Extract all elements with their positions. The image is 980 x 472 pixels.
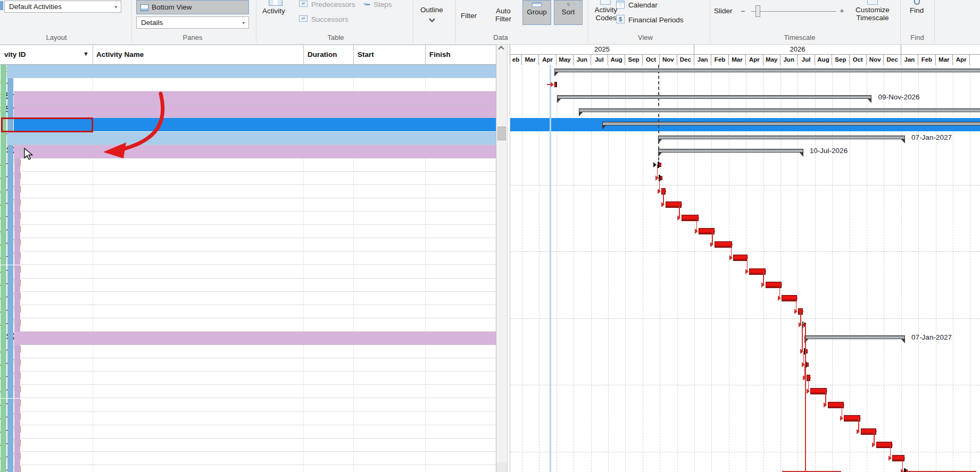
gantt-summary-bar[interactable] xyxy=(602,122,980,125)
timescale-month-cell[interactable]: Aug xyxy=(815,55,832,65)
table-row[interactable]: A-TUN-1060Excavate & Support Tunnel from… xyxy=(0,425,496,439)
gantt-summary-bar[interactable] xyxy=(557,95,872,99)
table-row[interactable]: A-TUN-1040Excavate & Support Tunnel from… xyxy=(0,399,496,412)
timescale-month-cell[interactable]: Oct xyxy=(850,55,867,65)
successors-button[interactable]: Successors xyxy=(311,15,348,23)
timescale-zoom-in[interactable]: + xyxy=(840,6,844,15)
group-button[interactable]: Group xyxy=(522,0,551,25)
column-header-finish[interactable]: Finish xyxy=(429,50,451,58)
layout-selector[interactable]: Default Activities ▾ xyxy=(4,1,121,13)
timescale-month-cell[interactable]: Sep xyxy=(625,55,642,65)
table-row[interactable]: A-TUN-1020Launch TBM, Complete Assembly5… xyxy=(0,372,496,385)
table-row[interactable]: A-TUN-1200Excavate & Support Tunnel from… xyxy=(0,279,496,292)
table-row[interactable]: A-TUN-1130Excavate & Support Tunnel from… xyxy=(0,198,496,212)
timescale-month-cell[interactable]: May xyxy=(557,55,574,65)
timescale-month-cell[interactable]: Jul xyxy=(798,55,815,65)
table-row[interactable]: A-TUN-1010TBM Assembly2d15-Jul-202616-Ju… xyxy=(0,358,496,372)
column-header-activity-name[interactable]: Activity Name xyxy=(96,50,144,58)
timescale-month-cell[interactable]: Sep xyxy=(832,55,849,65)
activity-button[interactable]: Activity xyxy=(262,7,285,15)
table-row[interactable]: A-TUN-1070Excavate & Support Tunnel from… xyxy=(0,439,496,452)
table-row[interactable]: A-TUN-1210Excavate & Support Tunnel from… xyxy=(0,292,496,305)
timescale-month-cell[interactable]: Oct xyxy=(643,55,660,65)
gantt-task-bar[interactable] xyxy=(715,241,732,248)
timescale-month-cell[interactable]: Nov xyxy=(660,55,677,65)
timescale-month-cell[interactable]: Mar xyxy=(522,55,539,65)
timescale-month-cell[interactable]: Dec xyxy=(677,55,694,65)
table-row[interactable]: A-TUN-1080Excavate & Support Tunnel from… xyxy=(0,452,496,465)
timescale-month-cell[interactable]: Apr xyxy=(953,55,970,65)
table-row[interactable]: A-TUN-1050Excavate & Support Tunnel from… xyxy=(0,412,496,425)
timescale-month-cell[interactable]: Nov xyxy=(867,55,884,65)
milestone-arrow-icon xyxy=(653,162,657,167)
gantt-summary-bar[interactable] xyxy=(658,149,803,153)
column-header-start[interactable]: Start xyxy=(358,50,374,58)
table-row[interactable]: A-TUN-1220Excavate & Support Tunnel from… xyxy=(0,305,496,318)
table-row[interactable]: A-TUN-1140Excavate & Support Tunnel from… xyxy=(0,212,496,225)
timescale-month-cell[interactable]: Mar xyxy=(936,55,953,65)
scroll-up-icon[interactable] xyxy=(498,46,504,52)
gantt-task-bar[interactable] xyxy=(554,82,557,87)
gantt-summary-bar[interactable] xyxy=(579,108,980,112)
table-row[interactable]: A-TUN-1160Excavate & Support Tunnel from… xyxy=(0,238,496,251)
gantt-summary-bar[interactable] xyxy=(554,69,980,72)
table-row[interactable]: A-TUN-1090Remove TBM from S11d07-Jan-202… xyxy=(0,465,496,472)
gantt-task-bar[interactable] xyxy=(733,255,748,261)
table-row[interactable]: A-TUN-1000Prepare Launch Pad2d13-Jul-202… xyxy=(0,345,496,358)
table-row[interactable]: A-TUN-1250Prepare TBM for next run1d10-J… xyxy=(0,318,496,332)
timescale-month-cell[interactable]: Mar xyxy=(729,55,746,65)
timescale-month-cell[interactable]: Jun xyxy=(780,55,798,65)
table-row[interactable]: A-TUN-1110TBM Assembly2d31-Oct-202503-No… xyxy=(0,172,496,185)
gantt-task-bar[interactable] xyxy=(810,388,826,394)
vertical-scrollbar[interactable] xyxy=(496,45,508,472)
timescale-month-cell[interactable]: Jan xyxy=(901,55,918,65)
timescale-month-cell[interactable]: Dec xyxy=(884,55,901,65)
gantt-task-bar[interactable] xyxy=(782,295,797,301)
timescale-year-cell[interactable]: 2025 xyxy=(510,45,694,55)
gantt-summary-bar[interactable] xyxy=(804,335,905,339)
table-row[interactable]: A-TUN-1180Excavate & Support Tunnel from… xyxy=(0,265,496,279)
auto-filter-button[interactable]: Auto Filter xyxy=(492,7,515,23)
timescale-month-cell[interactable]: May xyxy=(763,55,780,65)
outline-button[interactable]: Outline xyxy=(420,6,443,14)
gantt-summary-bar[interactable] xyxy=(658,136,905,139)
calendar-button[interactable]: Calendar xyxy=(628,1,658,9)
customize-timescale-button[interactable]: Customize Timescale xyxy=(850,6,895,22)
steps-button[interactable]: Steps xyxy=(373,1,392,9)
column-header-activity-id[interactable]: vity ID xyxy=(4,50,26,58)
table-row[interactable]: ∨S2 to S1123d13-Jul-202607-Jan-2027 xyxy=(0,332,496,345)
timescale-month-cell[interactable]: Feb xyxy=(918,55,935,65)
table-row[interactable]: A-TUN-1150Excavate & Support Tunnel from… xyxy=(0,225,496,238)
gantt-chart[interactable]: 09-Nov-202607-Jan-202710-Jul-202607-Jan-… xyxy=(510,65,980,472)
table-row[interactable]: A-TUN-1120Launch TBM, Complete Assembly … xyxy=(0,185,496,198)
table-row[interactable]: A-TUN-1030Excavate & Support Tunnel from… xyxy=(0,385,496,398)
timescale-zoom-out[interactable]: − xyxy=(741,6,745,15)
filter-button[interactable]: Filter xyxy=(461,12,477,20)
timescale-year-cell[interactable]: 2026 xyxy=(694,45,901,55)
timescale-month-cell[interactable]: Jul xyxy=(591,55,608,65)
financial-periods-button[interactable]: Financial Periods xyxy=(628,16,684,24)
column-divider xyxy=(353,345,354,358)
table-row[interactable]: A-TUN-1170Excavate & Support Tunnel from… xyxy=(0,251,496,265)
timescale-month-cell[interactable]: Jan xyxy=(694,55,711,65)
timescale-year-cell[interactable] xyxy=(901,45,980,55)
gantt-timescale-header[interactable]: ebMarAprMayJunJulAugSepOctNovDecJanFebMa… xyxy=(510,45,980,65)
timescale-slider-thumb[interactable] xyxy=(755,5,760,17)
find-button[interactable]: Find xyxy=(910,6,924,14)
sort-indicator-icon[interactable]: ▼ xyxy=(83,50,89,57)
predecessors-button[interactable]: Predecessors xyxy=(311,1,355,9)
timescale-month-cell[interactable]: Apr xyxy=(539,55,556,65)
timescale-slider-track[interactable] xyxy=(751,11,836,12)
column-header-duration[interactable]: Duration xyxy=(308,50,337,58)
bottom-view-button[interactable]: Bottom View xyxy=(136,0,249,14)
scrollbar-thumb[interactable] xyxy=(497,127,506,140)
timescale-month-cell[interactable]: Aug xyxy=(608,55,625,65)
details-selector[interactable]: Details ▾ xyxy=(136,16,249,29)
sort-button[interactable]: ⇅ Sort xyxy=(554,0,583,25)
scroll-down-button[interactable] xyxy=(496,462,507,472)
timescale-month-cell[interactable]: eb xyxy=(510,55,522,65)
timescale-month-cell[interactable]: Jun xyxy=(574,55,591,65)
relationship-line xyxy=(782,284,782,285)
timescale-month-cell[interactable]: Feb xyxy=(711,55,728,65)
timescale-month-cell[interactable]: Apr xyxy=(746,55,763,65)
